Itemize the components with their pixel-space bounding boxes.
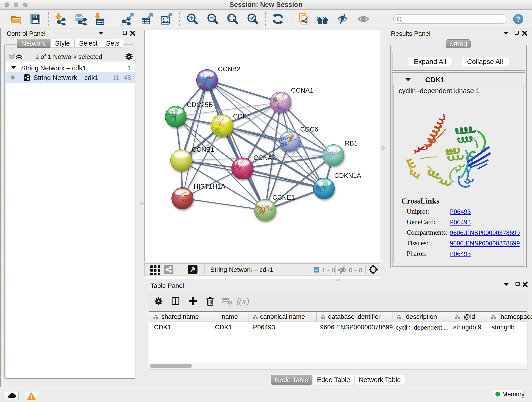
svg-text:CDC6: CDC6 <box>300 126 318 133</box>
svg-text:CCNB2: CCNB2 <box>218 65 240 73</box>
svg-text:CCNA1: CCNA1 <box>291 87 313 94</box>
svg-text:RB1: RB1 <box>345 140 358 147</box>
svg-text:CCNE1: CCNE1 <box>272 194 295 201</box>
svg-text:CDK1: CDK1 <box>233 113 251 120</box>
svg-text:CDC25B: CDC25B <box>187 101 213 108</box>
svg-text:CDKN1A: CDKN1A <box>334 172 361 179</box>
svg-text:CCNA2: CCNA2 <box>253 154 276 161</box>
svg-text:CCNB1: CCNB1 <box>192 146 214 153</box>
svg-text:HIST1H1A: HIST1H1A <box>194 183 225 190</box>
